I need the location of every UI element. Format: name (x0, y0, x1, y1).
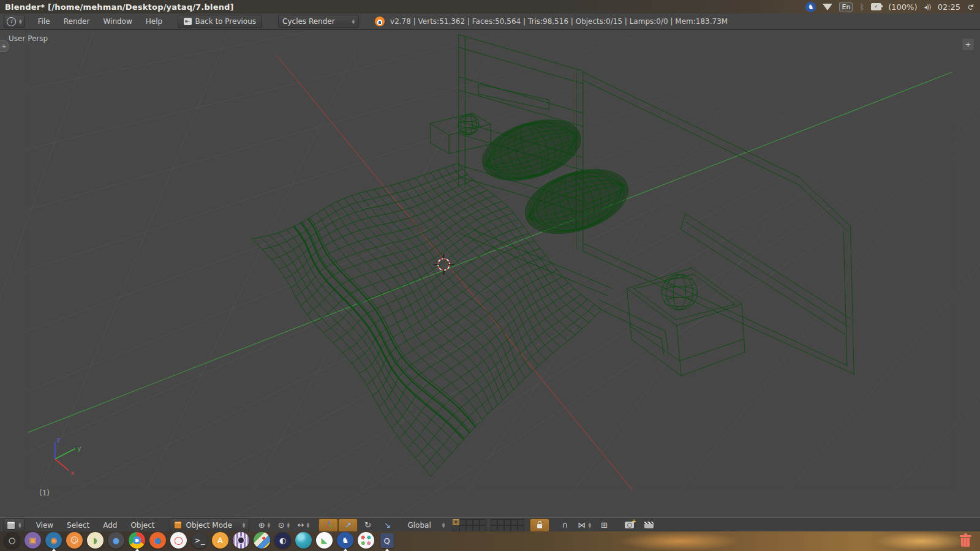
layer-cell-13[interactable] (504, 519, 511, 525)
view3d-header: ▲▼ ViewSelectAddObject Object Mode ▲▼ ⊕▲… (0, 517, 980, 533)
menu-3dview-view[interactable]: View (29, 521, 60, 530)
dock: ○▣◉☺◗●●◯>_A◐◣♞Q (0, 531, 980, 551)
layer-cell-11[interactable] (491, 519, 497, 525)
render-engine-dropdown[interactable]: Cycles Render ▲▼ (278, 15, 359, 28)
manipulator-axes-icon (325, 520, 333, 530)
region-split-handle-right[interactable]: + (962, 38, 974, 51)
scene-lock-button[interactable] (530, 519, 549, 532)
blender-icon[interactable]: ◉ (45, 532, 62, 550)
opera-icon[interactable]: ◯ (170, 532, 187, 550)
ubuntu-launcher-icon[interactable]: ○ (4, 532, 20, 550)
mode-dropdown[interactable]: Object Mode ▲▼ (170, 519, 249, 532)
pivot-point-dropdown[interactable]: ⊙▲▼ (274, 519, 293, 532)
chrome-icon[interactable] (129, 532, 145, 550)
file-manager-icon: ▣ (24, 532, 41, 549)
stepper-arrows-icon: ▲▼ (352, 19, 355, 24)
viewport-scene[interactable]: zyx (0, 29, 980, 517)
menu-3dview-select[interactable]: Select (60, 521, 96, 530)
battery-icon[interactable]: ✓ (871, 3, 881, 10)
eclipse-ide-icon: ◐ (274, 532, 291, 549)
orb-app-icon: ● (108, 532, 124, 549)
stepper-arrows-icon: ▲▼ (243, 522, 246, 528)
proportional-editing-dropdown[interactable]: ↔▲▼ (293, 519, 313, 532)
layer-cell-9[interactable] (473, 525, 480, 531)
orb-app-icon[interactable]: ● (108, 532, 124, 550)
dots-app-icon[interactable] (358, 532, 374, 550)
rotate-manipulator-button[interactable]: ↻ (358, 519, 377, 532)
volume-icon[interactable]: ◂)) (924, 3, 931, 11)
layer-cell-1[interactable] (453, 519, 459, 525)
camera-app-icon (233, 532, 249, 549)
object-mode-cube-icon (174, 521, 182, 529)
running-indicator (135, 549, 140, 551)
wallpaper-glow (619, 531, 741, 551)
layer-cell-17[interactable] (497, 525, 504, 531)
bluetooth-icon[interactable]: ᛒ (859, 2, 864, 12)
snap-element-icon: ⋈ (578, 521, 586, 529)
gimp-icon[interactable]: ☺ (66, 532, 83, 550)
ubuntu-top-panel: Blender* [/home/mehman/Desktop/yataq/7.b… (0, 0, 980, 13)
layer-cell-5[interactable] (480, 519, 486, 525)
editor-type-selector-3dview[interactable]: ▲▼ (4, 519, 24, 532)
running-indicator (51, 549, 56, 551)
scale-manipulator-button[interactable]: ↘ (377, 519, 397, 532)
snap-element-dropdown[interactable]: ⋈▲▼ (575, 519, 594, 532)
menu-3dview-add[interactable]: Add (96, 521, 124, 530)
eclipse-ide-icon[interactable]: ◐ (274, 532, 291, 550)
file-manager-icon[interactable]: ▣ (24, 532, 41, 550)
layer-cell-3[interactable] (466, 519, 473, 525)
snap-toggle[interactable]: ∩ (555, 519, 575, 532)
pidgin-icon[interactable]: ◗ (87, 532, 104, 550)
region-split-handle-left[interactable]: + (0, 40, 9, 52)
layer-cell-15[interactable] (518, 519, 524, 525)
menu-window[interactable]: Window (96, 17, 138, 26)
running-indicator (343, 549, 348, 551)
trash-icon[interactable] (961, 538, 970, 547)
vpn-wolf-app-icon[interactable]: ♞ (337, 532, 353, 550)
opengl-render-anim-button[interactable] (639, 519, 658, 532)
layer-cell-20[interactable] (518, 525, 524, 531)
software-center-icon[interactable]: A (212, 532, 228, 550)
snap-target-button[interactable]: ⊞ (594, 519, 614, 532)
menu-render[interactable]: Render (57, 17, 97, 26)
layer-cell-16[interactable] (491, 525, 497, 531)
manipulator-toggle[interactable] (318, 519, 338, 532)
3d-viewport[interactable]: zyx User Persp (1) + + (0, 29, 980, 517)
layer-cell-12[interactable] (497, 519, 504, 525)
viewport-shading-dropdown[interactable]: ⊕▲▼ (254, 519, 274, 532)
editor-type-selector[interactable]: i ▲▼ (4, 15, 25, 28)
menu-help[interactable]: Help (139, 17, 169, 26)
session-menu-icon[interactable]: ↻ (966, 4, 975, 10)
terminal-icon[interactable]: >_ (191, 532, 208, 550)
globe-icon: ⊕ (258, 521, 265, 529)
chrome-icon (129, 532, 145, 549)
layer-cell-18[interactable] (504, 525, 511, 531)
geometry-app-icon[interactable]: ◣ (316, 532, 333, 550)
q-app-icon[interactable]: Q (379, 532, 395, 550)
clock[interactable]: 02:25 (938, 2, 960, 12)
camera-app-icon[interactable] (233, 532, 249, 550)
layer-cell-2[interactable] (459, 519, 466, 525)
view3d-menu-bar: ViewSelectAddObject (29, 521, 162, 530)
keyboard-layout-indicator[interactable]: En (839, 2, 853, 12)
globe-app-icon (295, 532, 312, 549)
blender-logo-icon (375, 17, 385, 26)
wifi-icon[interactable] (823, 4, 832, 10)
translate-manipulator-button[interactable]: ↗ (338, 519, 358, 532)
layer-cell-8[interactable] (466, 525, 473, 531)
layer-cell-14[interactable] (511, 519, 518, 525)
back-to-previous-button[interactable]: ⇤ Back to Previous (178, 15, 262, 28)
maps-icon[interactable] (254, 532, 270, 550)
layer-cell-19[interactable] (511, 525, 518, 531)
opengl-render-image-button[interactable] (619, 519, 639, 532)
layer-cell-10[interactable] (480, 525, 486, 531)
layer-cell-4[interactable] (473, 519, 480, 525)
menu-file[interactable]: File (31, 17, 57, 26)
vpn-wolf-app-icon[interactable]: ♞ (805, 2, 816, 12)
transform-orientation-dropdown[interactable]: Global▲▼ (402, 519, 447, 532)
layer-cell-6[interactable] (453, 525, 459, 531)
menu-3dview-object[interactable]: Object (124, 521, 161, 530)
layer-cell-7[interactable] (459, 525, 466, 531)
globe-app-icon[interactable] (295, 532, 312, 550)
firefox-icon[interactable]: ● (149, 532, 166, 550)
